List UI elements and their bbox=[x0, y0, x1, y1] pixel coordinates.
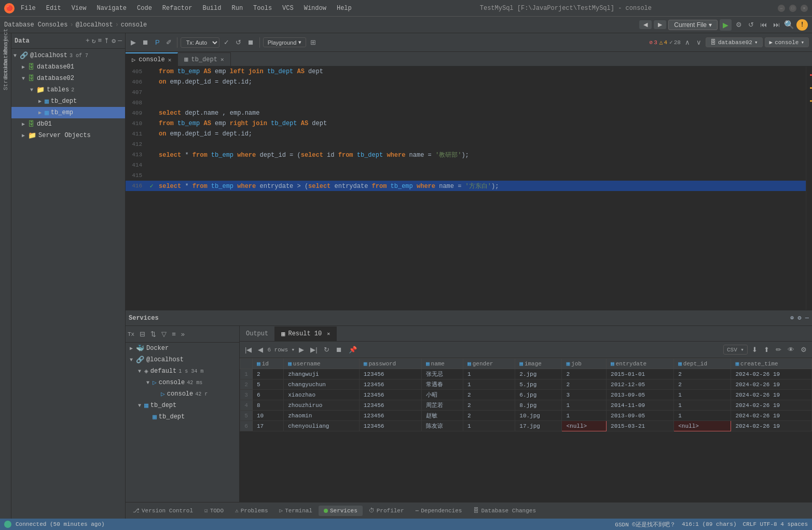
tree-tb-dept[interactable]: ▶ ▦ tb_dept bbox=[11, 96, 125, 107]
maximize-button[interactable]: □ bbox=[789, 5, 796, 12]
col-entrydate[interactable]: ▦entrydate bbox=[607, 359, 674, 369]
menu-edit[interactable]: Edit bbox=[44, 4, 63, 13]
sort-button[interactable]: ⇅ bbox=[148, 329, 158, 339]
refresh-icon[interactable]: ↻ bbox=[92, 37, 96, 45]
db-selector[interactable]: 🗄 database02 ▾ bbox=[706, 37, 763, 47]
playground-button[interactable]: Playground ▾ bbox=[263, 37, 307, 47]
services-settings-icon[interactable]: ⚙ bbox=[797, 315, 801, 322]
execute-button[interactable]: ▶ bbox=[129, 37, 138, 47]
menu-help[interactable]: Help bbox=[335, 4, 354, 13]
settings-icon[interactable]: ⚙ bbox=[112, 37, 116, 45]
tab-tb-dept[interactable]: ▦ tb_dept ✕ bbox=[178, 52, 230, 66]
menu-window[interactable]: Window bbox=[302, 4, 328, 13]
services-menu-button[interactable]: ≡ bbox=[170, 329, 178, 339]
filter-services-button[interactable]: ▽ bbox=[159, 329, 169, 339]
bottom-tab-terminal[interactable]: ▷ Terminal bbox=[274, 505, 318, 516]
tree-tb-emp[interactable]: ▶ ▦ tb_emp bbox=[11, 107, 125, 118]
bottom-tab-services[interactable]: Services bbox=[319, 506, 363, 516]
import-button[interactable]: ⬆ bbox=[762, 345, 772, 355]
expand-errors-button[interactable]: ∧ bbox=[683, 37, 692, 47]
tree-server-objects[interactable]: ▶ 📁 Server Objects bbox=[11, 130, 125, 141]
collapse-all-button[interactable]: ⊟ bbox=[137, 329, 147, 339]
bottom-tab-problems[interactable]: ⚠ Problems bbox=[230, 505, 273, 516]
services-tree-tbdept1[interactable]: ▼ ▦ tb_dept bbox=[126, 400, 239, 411]
add-icon[interactable]: + bbox=[86, 37, 90, 45]
menu-refactor[interactable]: Refactor bbox=[160, 4, 195, 13]
console-selector[interactable]: ▶ console ▾ bbox=[765, 37, 809, 47]
result-tab-close[interactable]: ✕ bbox=[327, 331, 330, 337]
hide-icon[interactable]: — bbox=[118, 37, 122, 45]
col-gender[interactable]: ▦gender bbox=[463, 359, 515, 369]
bottom-tab-dependencies[interactable]: ⋯ Dependencies bbox=[410, 505, 467, 516]
col-username[interactable]: ▦username bbox=[284, 359, 360, 369]
info-count[interactable]: ✓ 28 bbox=[669, 39, 681, 46]
services-tree-localhost[interactable]: ▼ 🔗 @localhost bbox=[126, 354, 239, 365]
tab-console-close[interactable]: ✕ bbox=[168, 57, 172, 63]
bottom-tab-profiler[interactable]: ⏱ Profiler bbox=[364, 505, 409, 516]
next-icon[interactable]: ⏭ bbox=[771, 20, 782, 30]
structure-tab[interactable]: Structure bbox=[1, 70, 11, 80]
stop-button[interactable]: ⏹ bbox=[140, 37, 151, 47]
prev-page-button[interactable]: ◀ bbox=[256, 345, 265, 355]
services-tree-console1[interactable]: ▼ ▷ console 42 ms bbox=[126, 377, 239, 388]
warning-count[interactable]: △ 4 bbox=[659, 39, 667, 46]
col-job[interactable]: ▦job bbox=[562, 359, 607, 369]
build-icon[interactable]: ⚙ bbox=[734, 20, 744, 30]
tab-tb-dept-close[interactable]: ✕ bbox=[221, 56, 224, 63]
nav-forward-button[interactable]: ▶ bbox=[654, 20, 666, 29]
last-page-button[interactable]: ▶| bbox=[308, 345, 319, 355]
results-tab-result[interactable]: ▦ Result 10 ✕ bbox=[275, 327, 337, 341]
results-settings-button[interactable]: ⚙ bbox=[799, 345, 809, 355]
menu-file[interactable]: File bbox=[19, 4, 38, 13]
tree-database01[interactable]: ▶ 🗄 database01 bbox=[11, 61, 125, 73]
notification-badge[interactable]: ! bbox=[796, 19, 808, 31]
services-tree-docker[interactable]: ▶ 🐳 Docker bbox=[126, 343, 239, 354]
services-tree-tbdept2[interactable]: ▦ tb_dept bbox=[126, 411, 239, 423]
col-create-time[interactable]: ▦create_time bbox=[731, 359, 812, 369]
view-button[interactable]: 👁 bbox=[786, 345, 796, 355]
menu-navigate[interactable]: Navigate bbox=[94, 4, 129, 13]
export-button[interactable]: ⬇ bbox=[750, 345, 760, 355]
col-name[interactable]: ▦name bbox=[421, 359, 463, 369]
first-page-button[interactable]: |◀ bbox=[243, 345, 254, 355]
col-id[interactable]: ▦id bbox=[253, 359, 284, 369]
csv-selector[interactable]: CSV ▾ bbox=[723, 345, 748, 355]
menu-vcs[interactable]: VCS bbox=[280, 4, 296, 13]
code-editor[interactable]: 405 from tb_emp AS emp left join tb_dept… bbox=[126, 66, 806, 310]
error-count[interactable]: ⊘ 3 bbox=[650, 39, 657, 46]
services-more-button[interactable]: » bbox=[179, 329, 187, 339]
bottom-tab-todo[interactable]: ☑ TODO bbox=[199, 505, 229, 516]
col-dept-id[interactable]: ▦dept_id bbox=[674, 359, 731, 369]
tx-selector[interactable]: Tx: Auto bbox=[181, 37, 219, 48]
tree-localhost[interactable]: ▼ 🔗 @localhost 3 of 7 bbox=[11, 50, 125, 61]
minimize-button[interactable]: — bbox=[778, 5, 785, 12]
services-tree-default[interactable]: ▼ ◈ default 1 s 34 m bbox=[126, 365, 239, 377]
services-hide-icon[interactable]: — bbox=[805, 315, 809, 322]
bottom-tab-vcs[interactable]: ⎇ Version Control bbox=[128, 505, 198, 516]
menu-view[interactable]: View bbox=[70, 4, 89, 13]
plan-button[interactable]: P bbox=[153, 37, 162, 47]
menu-run[interactable]: Run bbox=[229, 4, 245, 13]
tree-tables[interactable]: ▼ 📁 tables 2 bbox=[11, 84, 125, 96]
services-tree-console2[interactable]: ▷ console 42 r bbox=[126, 388, 239, 400]
bottom-tab-db-changes[interactable]: 🗄 Database Changes bbox=[468, 505, 541, 516]
collapse-errors-button[interactable]: ∨ bbox=[694, 37, 704, 47]
current-file-button[interactable]: Current File ▾ bbox=[668, 20, 718, 30]
format-button[interactable]: ✐ bbox=[164, 37, 174, 47]
collapse-icon[interactable]: ⤒ bbox=[104, 37, 109, 45]
breadcrumb-localhost[interactable]: @localhost bbox=[76, 21, 113, 29]
results-tab-output[interactable]: Output bbox=[240, 327, 275, 341]
next-page-button[interactable]: ▶ bbox=[297, 345, 306, 355]
breadcrumb-console[interactable]: console bbox=[121, 21, 147, 29]
filter-icon[interactable]: ≡ bbox=[98, 37, 102, 45]
pin-button[interactable]: 📌 bbox=[347, 345, 359, 355]
step-icon[interactable]: ⏮ bbox=[758, 20, 769, 30]
refresh-results-button[interactable]: ↻ bbox=[322, 345, 332, 355]
search-button[interactable]: 🔍 bbox=[784, 20, 794, 30]
menu-tools[interactable]: Tools bbox=[251, 4, 274, 13]
tree-database02[interactable]: ▼ 🗄 database02 bbox=[11, 73, 125, 84]
rollback-button[interactable]: ↺ bbox=[233, 37, 243, 47]
cancel-results-button[interactable]: ⏹ bbox=[334, 345, 345, 355]
tree-db01[interactable]: ▶ 🗄 db01 bbox=[11, 118, 125, 130]
col-password[interactable]: ▦password bbox=[359, 359, 421, 369]
